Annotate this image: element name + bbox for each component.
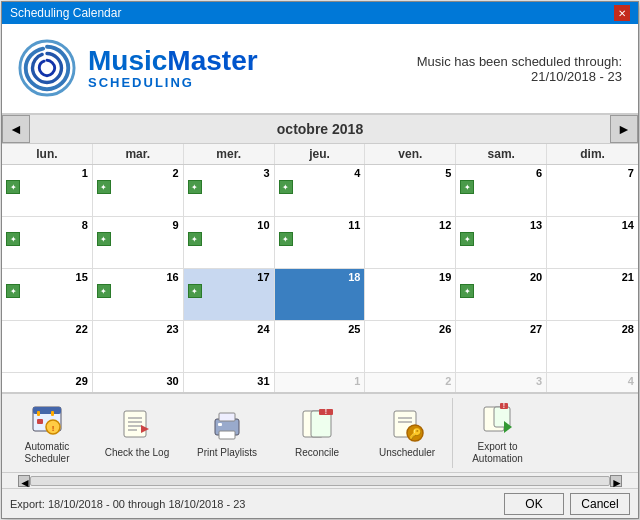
calendar-cell[interactable]: 31 (184, 373, 275, 392)
svg-text:🔑: 🔑 (409, 427, 422, 440)
scrollbar-track[interactable] (30, 476, 610, 486)
calendar-cell[interactable]: 16✦ (93, 269, 184, 321)
print-playlists-icon (209, 407, 245, 443)
window-title: Scheduling Calendar (10, 6, 121, 20)
next-month-button[interactable]: ► (610, 115, 638, 143)
calendar-cell[interactable]: 8✦ (2, 217, 93, 269)
calendar-cell[interactable]: 2 (365, 373, 456, 392)
print-playlists-label: Print Playlists (197, 447, 257, 459)
calendar-cell[interactable]: 28 (547, 321, 638, 373)
toolbar-check-log-button[interactable]: Check the Log (92, 398, 182, 468)
calendar-cell[interactable]: 18 (275, 269, 366, 321)
day-number: 31 (188, 375, 270, 387)
calendar-cell[interactable]: 3 (456, 373, 547, 392)
day-number: 12 (369, 219, 451, 231)
calendar-cell[interactable]: 21 (547, 269, 638, 321)
calendar-cell-icon[interactable]: ✦ (460, 180, 474, 194)
calendar-cell[interactable]: 14 (547, 217, 638, 269)
calendar-cell[interactable]: 15✦ (2, 269, 93, 321)
toolbar-print-playlists-button[interactable]: Print Playlists (182, 398, 272, 468)
export-label: Export toAutomation (472, 441, 523, 465)
day-number: 17 (188, 271, 270, 283)
calendar-cell[interactable]: 20✦ (456, 269, 547, 321)
calendar-cell-icon[interactable]: ✦ (279, 232, 293, 246)
calendar-cell-icon[interactable]: ✦ (6, 232, 20, 246)
calendar-cell-icon[interactable]: ✦ (188, 180, 202, 194)
calendar-cell[interactable]: 1 (275, 373, 366, 392)
calendar-cell[interactable]: 4 (547, 373, 638, 392)
export-status-text: Export: 18/10/2018 - 00 through 18/10/20… (10, 498, 504, 510)
svg-rect-17 (219, 431, 235, 439)
scroll-left-button[interactable]: ◄ (18, 475, 30, 487)
calendar-cell[interactable]: 22 (2, 321, 93, 373)
toolbar-export-button[interactable]: !Export toAutomation (452, 398, 542, 468)
calendar-cell-icon[interactable]: ✦ (188, 284, 202, 298)
calendar-cell[interactable]: 27 (456, 321, 547, 373)
calendar-cell[interactable]: 19 (365, 269, 456, 321)
unscheduler-icon: 🔑 (389, 407, 425, 443)
scrollbar-area[interactable]: ◄ ► (2, 472, 638, 488)
toolbar-unscheduler-button[interactable]: 🔑Unscheduler (362, 398, 452, 468)
day-number: 8 (6, 219, 88, 231)
scheduled-line2: 21/10/2018 - 23 (417, 69, 622, 84)
calendar-cell[interactable]: 30 (93, 373, 184, 392)
calendar-cell[interactable]: 24 (184, 321, 275, 373)
prev-month-button[interactable]: ◄ (2, 115, 30, 143)
brand-name: MusicMaster (88, 47, 258, 75)
calendar-cell[interactable]: 2✦ (93, 165, 184, 217)
month-title: octobre 2018 (30, 117, 610, 141)
day-header: dim. (547, 144, 638, 164)
scheduled-line1: Music has been scheduled through: (417, 54, 622, 69)
calendar-cell[interactable]: 4✦ (275, 165, 366, 217)
day-number: 18 (279, 271, 361, 283)
calendar-grid[interactable]: 1✦2✦3✦4✦56✦78✦9✦10✦11✦1213✦1415✦16✦17✦18… (2, 165, 638, 392)
toolbar: !AutomaticSchedulerCheck the LogPrint Pl… (2, 392, 638, 472)
day-header: jeu. (275, 144, 366, 164)
calendar-cell-icon[interactable]: ✦ (460, 284, 474, 298)
calendar-cell[interactable]: 17✦ (184, 269, 275, 321)
day-number: 25 (279, 323, 361, 335)
day-number: 27 (460, 323, 542, 335)
calendar-cell-icon[interactable]: ✦ (97, 284, 111, 298)
calendar-cell[interactable]: 13✦ (456, 217, 547, 269)
calendar-cell[interactable]: 1✦ (2, 165, 93, 217)
scheduled-info: Music has been scheduled through: 21/10/… (417, 54, 622, 84)
calendar-cell-icon[interactable]: ✦ (6, 180, 20, 194)
calendar-cell-icon[interactable]: ✦ (97, 180, 111, 194)
day-number: 4 (279, 167, 361, 179)
calendar-cell[interactable]: 29 (2, 373, 93, 392)
calendar-cell[interactable]: 5 (365, 165, 456, 217)
calendar-cell-icon[interactable]: ✦ (6, 284, 20, 298)
calendar-cell[interactable]: 10✦ (184, 217, 275, 269)
close-button[interactable]: ✕ (614, 5, 630, 21)
day-number: 22 (6, 323, 88, 335)
calendar-cell[interactable]: 23 (93, 321, 184, 373)
calendar-cell[interactable]: 3✦ (184, 165, 275, 217)
calendar-cell[interactable]: 25 (275, 321, 366, 373)
toolbar-auto-scheduler-button[interactable]: !AutomaticScheduler (2, 398, 92, 468)
calendar-cell-icon[interactable]: ✦ (188, 232, 202, 246)
calendar-cell[interactable]: 9✦ (93, 217, 184, 269)
calendar-cell[interactable]: 6✦ (456, 165, 547, 217)
svg-rect-3 (37, 419, 43, 424)
calendar-cell[interactable]: 7 (547, 165, 638, 217)
calendar-cell[interactable]: 26 (365, 321, 456, 373)
day-number: 19 (369, 271, 451, 283)
auto-scheduler-icon: ! (29, 401, 65, 437)
day-number: 14 (551, 219, 634, 231)
ok-button[interactable]: OK (504, 493, 564, 515)
reconcile-label: Reconcile (295, 447, 339, 459)
calendar-cell[interactable]: 12 (365, 217, 456, 269)
toolbar-reconcile-button[interactable]: !Reconcile (272, 398, 362, 468)
calendar-cell-icon[interactable]: ✦ (97, 232, 111, 246)
calendar-cell-icon[interactable]: ✦ (460, 232, 474, 246)
scroll-right-button[interactable]: ► (610, 475, 622, 487)
calendar-cell[interactable]: 11✦ (275, 217, 366, 269)
day-number: 20 (460, 271, 542, 283)
day-number: 6 (460, 167, 542, 179)
day-number: 3 (460, 375, 542, 387)
calendar-cell-icon[interactable]: ✦ (279, 180, 293, 194)
day-number: 1 (6, 167, 88, 179)
scheduling-calendar-window: Scheduling Calendar ✕ MusicMaster SCHEDU… (1, 1, 639, 519)
cancel-button[interactable]: Cancel (570, 493, 630, 515)
